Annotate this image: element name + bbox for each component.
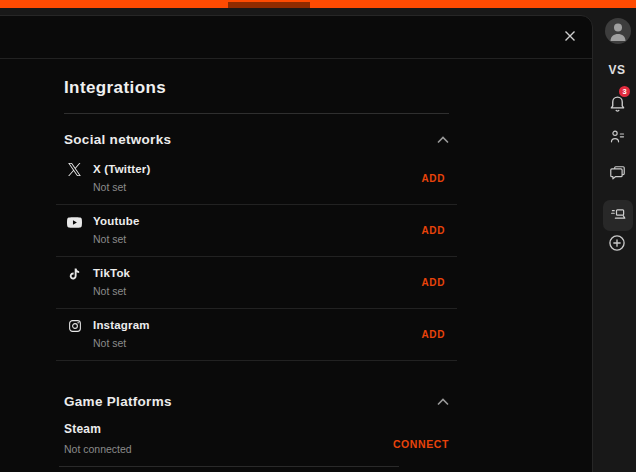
close-icon	[563, 29, 577, 46]
add-button[interactable]	[607, 234, 627, 254]
modal-header	[0, 16, 592, 59]
tiktok-icon	[66, 267, 83, 281]
integration-status: Not set	[93, 181, 412, 194]
integration-status: Not set	[93, 285, 412, 298]
add-x-twitter-button[interactable]: ADD	[422, 173, 445, 184]
collapse-section-button[interactable]	[437, 132, 449, 147]
integration-name: Youtube	[93, 214, 412, 228]
instagram-icon	[66, 319, 83, 333]
row-tiktok: TikTok Not set ADD	[56, 257, 457, 309]
page-title: Integrations	[64, 79, 592, 97]
bell-icon	[608, 94, 627, 116]
notifications-button[interactable]	[606, 94, 628, 116]
row-main: X (Twitter) Not set	[93, 153, 412, 194]
top-accent-bar-segment	[228, 2, 310, 8]
notification-badge: 3	[619, 86, 630, 97]
row-steam: Steam Not connected CONNECT	[64, 422, 449, 456]
vs-logo[interactable]: VS	[598, 63, 636, 77]
chat-button[interactable]	[608, 166, 626, 184]
youtube-icon	[66, 215, 83, 230]
stream-button-active[interactable]	[603, 200, 633, 231]
add-instagram-button[interactable]: ADD	[422, 329, 445, 340]
avatar[interactable]	[605, 18, 631, 44]
row-main: Steam Not connected	[64, 422, 393, 456]
collapse-section-button[interactable]	[437, 394, 449, 409]
row-youtube: Youtube Not set ADD	[56, 205, 457, 257]
row-main: Instagram Not set	[93, 309, 412, 350]
contacts-icon	[609, 128, 626, 148]
integration-name: X (Twitter)	[93, 162, 412, 176]
divider	[64, 113, 449, 114]
user-icon	[605, 18, 631, 44]
section-header-game-platforms: Game Platforms	[64, 393, 449, 409]
close-button[interactable]	[557, 24, 583, 50]
section-header-social-networks: Social networks	[64, 131, 449, 147]
section-title: Social networks	[64, 132, 171, 147]
platform-name: Steam	[64, 422, 393, 437]
add-youtube-button[interactable]: ADD	[422, 225, 445, 236]
integration-status: Not set	[93, 337, 412, 350]
add-circle-icon	[607, 233, 627, 256]
integration-status: Not set	[93, 233, 412, 246]
chevron-up-icon	[437, 394, 449, 409]
platform-status: Not connected	[64, 443, 393, 456]
contacts-button[interactable]	[608, 129, 626, 147]
top-accent-bar	[0, 0, 636, 8]
modal-body: Integrations Social networks X (Twitter)…	[0, 79, 592, 467]
stream-icon	[609, 205, 627, 226]
integration-name: TikTok	[93, 266, 412, 280]
social-networks-list: X (Twitter) Not set ADD Youtube Not set …	[56, 153, 457, 361]
divider	[59, 466, 399, 467]
row-x-twitter: X (Twitter) Not set ADD	[56, 153, 457, 205]
add-tiktok-button[interactable]: ADD	[422, 277, 445, 288]
section-title: Game Platforms	[64, 394, 172, 409]
x-twitter-icon	[66, 163, 83, 176]
row-main: TikTok Not set	[93, 257, 412, 298]
row-main: Youtube Not set	[93, 205, 412, 246]
integration-name: Instagram	[93, 318, 412, 332]
row-instagram: Instagram Not set ADD	[56, 309, 457, 361]
connect-steam-button[interactable]: CONNECT	[393, 438, 449, 450]
integrations-modal: Integrations Social networks X (Twitter)…	[0, 15, 593, 472]
chevron-up-icon	[437, 132, 449, 147]
chat-icon	[609, 165, 626, 185]
